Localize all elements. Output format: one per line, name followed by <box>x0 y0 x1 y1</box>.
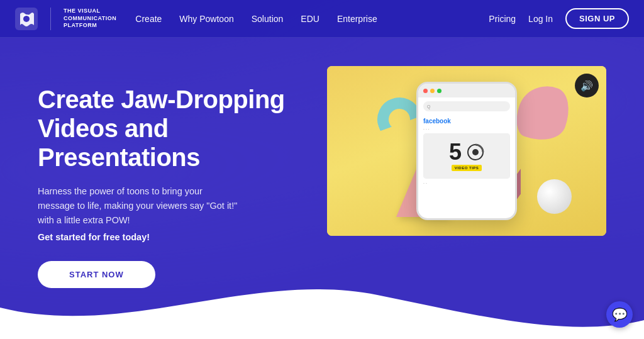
pink-blob-shape <box>510 78 577 148</box>
phone-dot-green <box>437 89 441 93</box>
phone-circle-graphic <box>467 143 484 161</box>
scene: Q facebook · · · 5 <box>327 66 606 236</box>
phone-small-text: · · · <box>423 127 510 131</box>
sound-icon: 🔊 <box>580 80 593 92</box>
nav-why-powtoon[interactable]: Why Powtoon <box>179 14 233 24</box>
hero-media: Q facebook · · · 5 <box>327 66 606 236</box>
nav-links: Create Why Powtoon Solution EDU Enterpri… <box>135 14 489 24</box>
sound-button[interactable]: 🔊 <box>575 74 599 97</box>
phone-facebook-logo: facebook <box>423 118 510 125</box>
svg-point-1 <box>23 16 30 22</box>
phone-card: 5 VIDEO TIPS <box>423 133 510 179</box>
hero-subtitle: Harness the power of toons to bring your… <box>38 184 239 228</box>
hero-cta-text: Get started for free today! <box>38 232 302 242</box>
nav-pricing[interactable]: Pricing <box>489 14 516 24</box>
logo-icon <box>15 8 38 30</box>
chat-icon: 💬 <box>612 307 628 322</box>
white-sphere-shape <box>537 179 572 214</box>
hero-text: Create Jaw-Dropping Videos and Presentat… <box>38 72 302 288</box>
nav-login[interactable]: Log In <box>528 14 553 24</box>
phone-badge: VIDEO TIPS <box>452 165 482 171</box>
chat-bubble[interactable]: 💬 <box>606 301 633 328</box>
phone-footer-text: · · <box>423 181 510 186</box>
hero-title: Create Jaw-Dropping Videos and Presentat… <box>38 85 302 172</box>
signup-button[interactable]: SIGN UP <box>565 8 629 29</box>
nav-solution[interactable]: Solution <box>252 14 284 24</box>
svg-point-3 <box>472 149 479 155</box>
phone-search-bar: Q <box>423 101 510 111</box>
phone-topbar <box>418 84 515 97</box>
hero-section: Create Jaw-Dropping Videos and Presentat… <box>0 38 644 288</box>
start-now-button[interactable]: START NOW <box>38 261 155 288</box>
navbar: THE VISUAL COMMUNICATION PLATFORM Create… <box>0 0 644 38</box>
phone-mockup: Q facebook · · · 5 <box>416 82 517 220</box>
logo[interactable]: THE VISUAL COMMUNICATION PLATFORM <box>15 8 116 30</box>
nav-enterprise[interactable]: Enterprise <box>337 14 377 24</box>
logo-tagline: THE VISUAL COMMUNICATION PLATFORM <box>64 8 116 30</box>
nav-right: Pricing Log In SIGN UP <box>489 8 629 29</box>
phone-dot-red <box>423 89 428 93</box>
phone-card-inner: 5 VIDEO TIPS <box>424 134 509 178</box>
nav-create[interactable]: Create <box>135 14 162 24</box>
phone-number: 5 <box>449 141 462 164</box>
nav-edu[interactable]: EDU <box>301 14 319 24</box>
phone-dot-yellow <box>430 89 435 93</box>
phone-content: facebook · · · 5 <box>418 115 515 190</box>
logo-divider <box>50 8 51 30</box>
